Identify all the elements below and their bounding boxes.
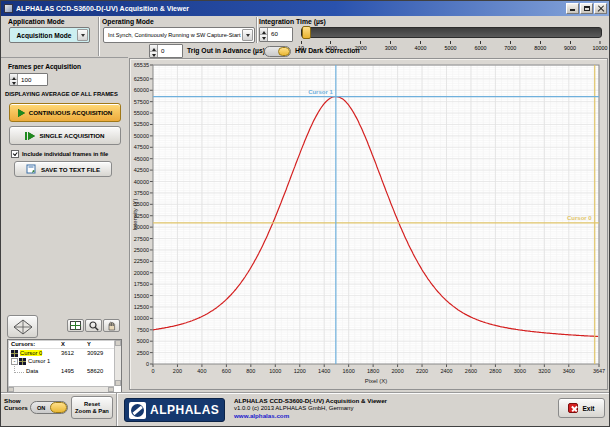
integration-slider-scale: 1010002000300040005000600070008000900010… [301, 41, 600, 52]
cursor-crosshair-icon [19, 358, 26, 365]
slider-tick: 7000 [504, 41, 516, 51]
y-tick-label: 5000 [137, 338, 149, 344]
pan-tool-button[interactable] [103, 319, 120, 332]
integration-time-slider-knob[interactable] [302, 26, 311, 39]
cursor-tool-button[interactable] [67, 319, 84, 332]
zoom-tool-button[interactable] [85, 319, 102, 332]
alphalas-logo-text: ALPHALAS [150, 403, 219, 417]
exit-button[interactable]: Exit [558, 398, 605, 418]
pan-diamond-button[interactable] [7, 315, 38, 338]
trig-out-spinner-arrows-icon[interactable] [150, 45, 158, 57]
green-arrow-bar-icon [25, 132, 27, 140]
integration-time-spinner[interactable]: 60 [259, 27, 293, 42]
operating-mode-value: Int Synch, Continuously Running w SW Cap… [104, 32, 241, 38]
y-tick-label: 17500 [134, 281, 149, 287]
plot-panel: 0200400600800100012001400160018002000220… [129, 58, 608, 390]
operating-mode-dropdown-arrow-icon[interactable] [242, 29, 253, 41]
integration-time-slider[interactable] [301, 27, 602, 38]
hw-dark-correction-toggle[interactable] [264, 46, 291, 57]
cursor-row-label[interactable]: Cursor 0 [20, 350, 42, 356]
slider-tick: 10 [298, 41, 304, 51]
application-mode-dropdown[interactable]: Acquisition Mode [9, 27, 90, 43]
slider-tick: 6000 [474, 41, 486, 51]
x-tick-label: 1400 [318, 368, 330, 374]
cursor-header-name: Cursors: [11, 341, 61, 347]
x-tick-label: 2200 [416, 368, 428, 374]
toolbar: Application Mode Acquisition Mode Operat… [1, 16, 609, 57]
reset-zoom-pan-button[interactable]: Reset Zoom & Pan [71, 396, 113, 419]
four-way-diamond-icon [12, 319, 34, 335]
cursor-table-row[interactable]: Data149558620 [8, 365, 121, 376]
continuous-acquisition-button[interactable]: CONTINUOUS ACQUISITION [9, 103, 121, 122]
operating-mode-dropdown[interactable]: Int Synch, Continuously Running w SW Cap… [103, 27, 255, 43]
slider-tick: 5000 [445, 41, 457, 51]
slider-tick: 2000 [355, 41, 367, 51]
y-tick-label: 52500 [134, 121, 149, 127]
cursor-table-vertical-scrollbar[interactable] [114, 340, 121, 386]
y-axis-title: Intensity (Y) [132, 198, 138, 230]
y-tick-label: 45000 [134, 156, 149, 162]
plot-canvas[interactable]: 0200400600800100012001400160018002000220… [130, 59, 607, 389]
cursor-row-label[interactable]: Data [26, 368, 38, 374]
hw-dark-toggle-knob[interactable] [278, 47, 290, 56]
y-tick-label: 25000 [134, 247, 149, 253]
hand-icon [107, 321, 117, 331]
sidebar: Frames per Acquisition 100 DISPLAYING AV… [1, 57, 128, 392]
maximize-button[interactable] [580, 3, 593, 14]
slider-tick: 10000 [593, 41, 608, 51]
cursor-name-label: Cursor 1 [308, 89, 333, 95]
integration-time-value[interactable]: 60 [268, 28, 292, 41]
x-tick-label: 3200 [538, 368, 550, 374]
include-frames-checkbox-row: Include individual frames in file [11, 150, 108, 158]
show-cursors-toggle-knob[interactable] [50, 402, 67, 413]
minimize-button[interactable] [566, 3, 579, 14]
save-to-text-file-button[interactable]: SAVE TO TEXT FILE [14, 161, 112, 177]
y-tick-label: 15000 [134, 293, 149, 299]
x-tick-label: 2600 [465, 368, 477, 374]
y-tick-label: 20000 [134, 270, 149, 276]
alphalas-logo: ALPHALAS [124, 398, 225, 422]
show-cursors-on-label: ON [37, 405, 45, 411]
continuous-acquisition-label: CONTINUOUS ACQUISITION [29, 109, 113, 116]
y-tick-label: 12500 [134, 304, 149, 310]
y-tick-label: 55000 [134, 110, 149, 116]
x-tick-label: 1200 [294, 368, 306, 374]
x-tick-label: 2800 [489, 368, 501, 374]
footer-website-link[interactable]: www.alphalas.com [234, 412, 387, 420]
include-frames-checkbox[interactable] [11, 150, 19, 158]
x-tick-label: 200 [173, 368, 182, 374]
y-tick-label: 60000 [134, 87, 149, 93]
frames-spinner[interactable]: 100 [9, 73, 48, 86]
x-axis-title: Pixel (X) [365, 378, 388, 384]
cursor-table-row[interactable]: -Cursor 1 [8, 357, 121, 365]
cursor-table-row[interactable]: Cursor 0361230929 [8, 349, 121, 357]
y-tick-label: 65535 [134, 62, 149, 68]
close-button[interactable] [594, 3, 607, 14]
trig-out-spinner[interactable]: 0 [149, 44, 183, 58]
trig-out-value[interactable]: 0 [158, 45, 182, 57]
magnifier-icon [89, 321, 99, 331]
slider-tick: 9000 [564, 41, 576, 51]
frames-value[interactable]: 100 [18, 74, 47, 85]
integration-time-spinner-arrows-icon[interactable] [260, 28, 268, 41]
footer: ALPHALAS ALPHALAS CCD-S3600-D(-UV) Acqui… [116, 392, 610, 427]
y-tick-label: 47500 [134, 144, 149, 150]
tree-expander-icon[interactable]: - [11, 358, 18, 365]
single-acquisition-label: SINGLE ACQUISITION [39, 132, 104, 139]
x-tick-label: 2400 [440, 368, 452, 374]
y-tick-label: 10000 [134, 315, 149, 321]
y-tick-label: 2500 [137, 350, 149, 356]
cursor-table-header: Cursors: X Y [8, 340, 121, 349]
frames-spinner-arrows-icon[interactable] [10, 74, 18, 85]
cursor-legend-table[interactable]: Cursors: X Y Cursor 0361230929-Cursor 1D… [7, 339, 122, 393]
bottom-left-strip: Show Cursors ON Reset Zoom & Pan [1, 392, 116, 427]
show-cursors-toggle[interactable]: ON [30, 401, 68, 414]
application-mode-dropdown-arrow-icon[interactable] [77, 29, 88, 41]
cursor-row-label[interactable]: Cursor 1 [28, 358, 50, 364]
x-tick-label: 400 [197, 368, 206, 374]
displaying-average-label: DISPLAYING AVERAGE OF ALL FRAMES [5, 91, 118, 97]
x-tick-label: 2000 [391, 368, 403, 374]
single-acquisition-button[interactable]: SINGLE ACQUISITION [9, 126, 121, 145]
include-frames-label: Include individual frames in file [22, 151, 108, 157]
y-tick-label: 40000 [134, 179, 149, 185]
